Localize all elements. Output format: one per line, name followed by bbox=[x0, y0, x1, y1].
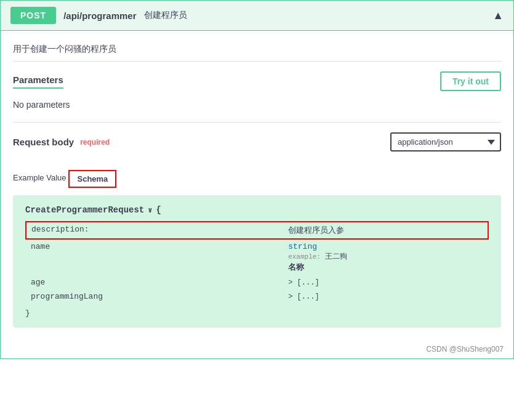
schema-row-name: name string example: 王二狗 名称 bbox=[26, 239, 488, 275]
schema-tab[interactable]: Schema bbox=[68, 170, 116, 188]
content-type-select[interactable]: application/json bbox=[390, 132, 501, 151]
field-example-name: example: 王二狗 bbox=[288, 251, 483, 262]
request-body-section: Request body required application/json bbox=[1, 123, 513, 170]
schema-row-description: description: 创建程序员入参 bbox=[26, 222, 488, 239]
parameters-section-header: Parameters Try it out bbox=[13, 71, 501, 91]
field-name-name: name bbox=[26, 239, 283, 275]
expand-programming-lang-icon[interactable]: > [...] bbox=[288, 293, 319, 301]
api-container: POST /api/programmer 创建程序员 ▲ 用于创建一个闷骚的程序… bbox=[0, 0, 514, 359]
collapse-icon[interactable]: ▲ bbox=[492, 9, 504, 22]
schema-row-programming-lang: programmingLang > [...] bbox=[26, 289, 488, 304]
request-body-header: Request body required application/json bbox=[13, 132, 501, 151]
tabs-section: Example Value Schema CreateProgrammerReq… bbox=[1, 170, 513, 340]
request-body-title: Request body required bbox=[13, 137, 110, 147]
field-name-age: age bbox=[26, 275, 283, 289]
schema-box: CreateProgrammerRequest ∨ { description:… bbox=[13, 195, 501, 328]
schema-chevron-icon[interactable]: ∨ bbox=[148, 206, 152, 215]
footer-watermark: CSDN @ShuSheng007 bbox=[1, 340, 513, 358]
field-name-description: description: bbox=[26, 222, 283, 239]
api-desc-text: 用于创建一个闷骚的程序员 bbox=[13, 44, 116, 54]
schema-open-brace: { bbox=[156, 205, 161, 215]
api-header: POST /api/programmer 创建程序员 ▲ bbox=[1, 1, 513, 31]
method-badge: POST bbox=[10, 7, 56, 24]
required-badge: required bbox=[80, 138, 110, 147]
api-path: /api/programmer bbox=[63, 10, 136, 21]
schema-table: description: 创建程序员入参 name string example… bbox=[25, 221, 489, 304]
field-desc-description: 创建程序员入参 bbox=[283, 222, 488, 239]
api-description-header: 创建程序员 bbox=[144, 10, 187, 21]
field-type-name: string bbox=[288, 242, 483, 251]
field-detail-name: string example: 王二狗 名称 bbox=[283, 239, 488, 275]
schema-model-name: CreateProgrammerRequest bbox=[25, 205, 144, 215]
parameters-title: Parameters bbox=[13, 75, 63, 89]
request-body-label: Request body bbox=[13, 137, 74, 147]
no-parameters-text: No parameters bbox=[13, 97, 501, 112]
try-it-out-button[interactable]: Try it out bbox=[440, 71, 501, 91]
tab-bar: Example Value Schema bbox=[13, 170, 501, 188]
field-name-programming-lang: programmingLang bbox=[26, 289, 283, 304]
expand-age-icon[interactable]: > [...] bbox=[288, 278, 319, 287]
schema-close-brace: } bbox=[25, 309, 489, 318]
example-value-tab-label[interactable]: Example Value bbox=[13, 170, 66, 188]
api-header-left: POST /api/programmer 创建程序员 bbox=[10, 7, 187, 24]
watermark-text: CSDN @ShuSheng007 bbox=[426, 345, 504, 353]
example-label-name: example: bbox=[288, 253, 324, 260]
api-desc-section: 用于创建一个闷骚的程序员 bbox=[1, 31, 513, 61]
field-detail-age: > [...] bbox=[283, 275, 488, 289]
parameters-section: Parameters Try it out No parameters bbox=[1, 62, 513, 122]
field-bold-name: 名称 bbox=[288, 262, 483, 273]
schema-title-row: CreateProgrammerRequest ∨ { bbox=[25, 205, 489, 215]
field-detail-programming-lang: > [...] bbox=[283, 289, 488, 304]
schema-row-age: age > [...] bbox=[26, 275, 488, 289]
